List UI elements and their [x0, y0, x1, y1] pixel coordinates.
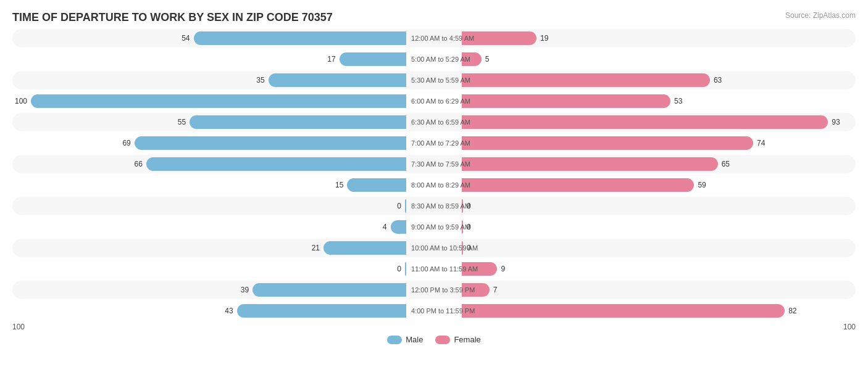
- right-section: 59: [459, 176, 856, 194]
- male-value: 4: [372, 223, 387, 231]
- left-section: 66: [12, 155, 409, 173]
- female-value: 63: [714, 76, 728, 85]
- right-section: 82: [459, 302, 856, 320]
- time-label: 12:00 PM to 3:59 PM: [409, 286, 459, 294]
- time-label: 4:00 PM to 11:59 PM: [409, 307, 459, 315]
- male-bar: [269, 73, 406, 87]
- legend-female: Female: [435, 335, 480, 344]
- bar-row: 4 9:00 AM to 9:59 AM 0: [12, 218, 856, 236]
- male-bar: [237, 304, 406, 318]
- chart-container: TIME OF DEPARTURE TO WORK BY SEX IN ZIP …: [0, 0, 868, 367]
- left-section: 69: [12, 134, 409, 152]
- female-bar: [462, 157, 718, 171]
- chart-title: TIME OF DEPARTURE TO WORK BY SEX IN ZIP …: [12, 11, 856, 24]
- left-section: 100: [12, 92, 409, 110]
- female-bar: [462, 73, 710, 87]
- female-value: 5: [485, 55, 500, 64]
- right-section: 9: [459, 260, 856, 278]
- female-value: 74: [757, 139, 772, 147]
- legend-female-label: Female: [454, 335, 480, 344]
- left-section: 4: [12, 218, 409, 236]
- left-section: 15: [12, 176, 409, 194]
- male-bar: [31, 94, 406, 108]
- time-label: 6:30 AM to 6:59 AM: [409, 118, 459, 126]
- right-section: 7: [459, 281, 856, 299]
- source-text: Source: ZipAtlas.com: [785, 11, 856, 20]
- female-bar: [462, 94, 670, 108]
- bar-row: 17 5:00 AM to 5:29 AM 5: [12, 50, 856, 68]
- female-bar: [462, 115, 828, 129]
- time-label: 8:00 AM to 8:29 AM: [409, 181, 459, 189]
- legend-male-color: [387, 336, 402, 344]
- legend-female-color: [435, 336, 450, 344]
- female-bar: [462, 136, 753, 150]
- axis-right-label: 100: [843, 323, 856, 331]
- time-label: 8:30 AM to 8:59 AM: [409, 202, 459, 210]
- axis-labels: 100 100: [12, 323, 856, 331]
- female-value: 9: [501, 265, 515, 273]
- left-section: 21: [12, 239, 409, 257]
- right-section: 0: [459, 218, 856, 236]
- time-label: 9:00 AM to 9:59 AM: [409, 223, 459, 231]
- left-section: 39: [12, 281, 409, 299]
- male-value: 39: [234, 286, 249, 294]
- legend: Male Female: [12, 335, 856, 344]
- female-value: 53: [674, 97, 689, 105]
- male-value: 35: [250, 76, 265, 85]
- bar-row: 55 6:30 AM to 6:59 AM 93: [12, 113, 856, 131]
- right-section: 5: [459, 50, 856, 68]
- male-bar: [323, 241, 406, 255]
- male-bar: [146, 157, 406, 171]
- male-value: 17: [321, 55, 336, 64]
- axis-left-label: 100: [12, 323, 25, 331]
- male-bar: [347, 178, 406, 192]
- time-label: 7:30 AM to 7:59 AM: [409, 160, 459, 168]
- time-label: 12:00 AM to 4:59 AM: [409, 35, 459, 42]
- male-bar: [340, 52, 406, 66]
- bar-row: 66 7:30 AM to 7:59 AM 65: [12, 155, 856, 173]
- time-label: 11:00 AM to 11:59 AM: [409, 265, 459, 273]
- female-value: 93: [832, 118, 846, 126]
- bar-row: 54 12:00 AM to 4:59 AM 19: [12, 29, 856, 47]
- female-value: 82: [788, 307, 803, 315]
- chart-area: 54 12:00 AM to 4:59 AM 19 17 5:00 AM to …: [12, 29, 856, 320]
- time-label: 5:00 AM to 5:29 AM: [409, 56, 459, 63]
- time-label: 10:00 AM to 10:59 AM: [409, 244, 459, 252]
- right-section: 63: [459, 71, 856, 89]
- male-value: 66: [128, 160, 143, 168]
- female-bar: [462, 304, 785, 318]
- male-value: 55: [171, 118, 186, 126]
- left-section: 17: [12, 50, 409, 68]
- right-section: 19: [459, 29, 856, 47]
- female-value: 19: [540, 34, 555, 43]
- left-section: 35: [12, 71, 409, 89]
- male-bar: [405, 262, 406, 276]
- legend-male: Male: [387, 335, 423, 344]
- right-section: 65: [459, 155, 856, 173]
- bar-row: 39 12:00 PM to 3:59 PM 7: [12, 281, 856, 299]
- male-value: 54: [175, 34, 190, 43]
- left-section: 0: [12, 260, 409, 278]
- time-label: 7:00 AM to 7:29 AM: [409, 139, 459, 147]
- right-section: 74: [459, 134, 856, 152]
- right-section: 0: [459, 239, 856, 257]
- left-section: 55: [12, 113, 409, 131]
- bar-row: 43 4:00 PM to 11:59 PM 82: [12, 302, 856, 320]
- bar-row: 15 8:00 AM to 8:29 AM 59: [12, 176, 856, 194]
- right-section: 0: [459, 197, 856, 215]
- female-bar: [462, 178, 694, 192]
- male-bar: [252, 283, 406, 297]
- male-bar: [194, 31, 407, 45]
- male-bar: [391, 220, 407, 234]
- time-label: 6:00 AM to 6:29 AM: [409, 97, 459, 105]
- male-bar: [135, 136, 406, 150]
- bar-row: 100 6:00 AM to 6:29 AM 53: [12, 92, 856, 110]
- bar-row: 35 5:30 AM to 5:59 AM 63: [12, 71, 856, 89]
- male-value: 0: [386, 265, 401, 273]
- right-section: 53: [459, 92, 856, 110]
- left-section: 0: [12, 197, 409, 215]
- male-value: 100: [12, 97, 27, 105]
- bar-row: 0 8:30 AM to 8:59 AM 0: [12, 197, 856, 215]
- male-bar: [405, 199, 406, 213]
- male-bar: [190, 115, 406, 129]
